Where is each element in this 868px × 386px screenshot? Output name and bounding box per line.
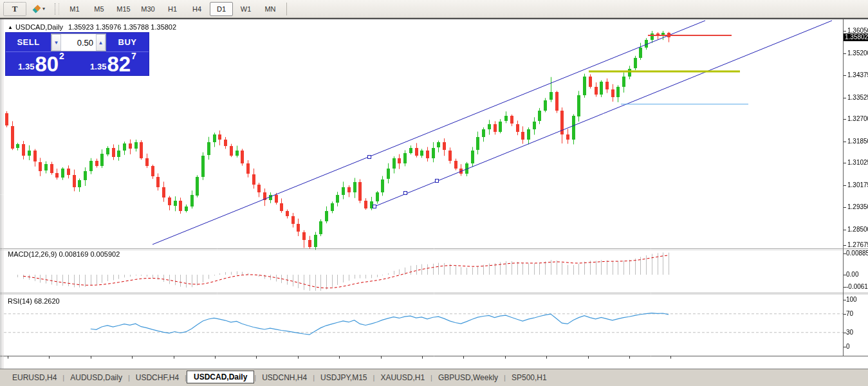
axis-label: 1.35200 <box>847 50 868 57</box>
macd-label: MACD(12,26,9) 0.008169 0.005902 <box>8 250 120 258</box>
toolbar: T ▾ M1M5M15M30H1H4D1W1MN <box>0 0 868 18</box>
timeframe-button-m30[interactable]: M30 <box>136 2 160 16</box>
chart-symbol: USDCAD,Daily <box>15 23 63 31</box>
axis-label: 1.28500 <box>847 226 868 233</box>
chart-tab-eurusd-h4[interactable]: EURUSD,H4 <box>6 371 62 384</box>
chart-ohlc-values: 1.35923 1.35976 1.35788 1.35802 <box>68 23 176 31</box>
timeframe-button-mn[interactable]: MN <box>259 2 282 16</box>
axis-label: 70 <box>846 310 853 317</box>
timeframe-button-w1[interactable]: W1 <box>234 2 257 16</box>
collapse-triangle-icon[interactable]: ▲ <box>8 24 13 30</box>
chart-tab-usdchf-h4[interactable]: USDCHF,H4 <box>130 371 185 384</box>
sell-button[interactable]: SELL <box>6 33 51 52</box>
chart-title: ▲USDCAD,Daily1.35923 1.35976 1.35788 1.3… <box>8 23 176 31</box>
one-click-trading-panel: SELL ▼ 0.50 ▲ BUY 1.35 80 2 1.35 82 7 <box>5 32 149 76</box>
chart-window: ▲USDCAD,Daily1.35923 1.35976 1.35788 1.3… <box>0 18 868 369</box>
timeframe-button-d1[interactable]: D1 <box>210 2 233 16</box>
volume-box: ▼ 0.50 ▲ <box>51 33 106 51</box>
buy-price-sup: 7 <box>131 51 136 61</box>
buy-price[interactable]: 1.35 82 7 <box>78 52 149 75</box>
axis-label: 1.27675 <box>847 241 868 248</box>
axis-label: 1.33525 <box>847 94 868 101</box>
timeframe-buttons: M1M5M15M30H1H4D1W1MN <box>62 2 282 16</box>
toolbar-separator <box>286 3 287 15</box>
buy-button[interactable]: BUY <box>106 33 149 52</box>
axis-label: 1.32700 <box>847 115 868 122</box>
sell-price-big: 80 <box>35 55 59 74</box>
sell-price-small: 1.35 <box>18 62 34 71</box>
chevron-down-icon: ▾ <box>42 6 45 12</box>
axis-label: 1.31850 <box>847 138 868 145</box>
timeframe-button-h1[interactable]: H1 <box>161 2 184 16</box>
axis-label: 1.30175 <box>847 181 868 188</box>
volume-down-button[interactable]: ▼ <box>51 34 61 51</box>
axis-label: 0 <box>846 343 850 350</box>
timeframe-button-m15[interactable]: M15 <box>112 2 135 16</box>
axis-label: 0.00885 <box>846 250 868 257</box>
chart-tab-xauusd-h1[interactable]: XAUUSD,H1 <box>374 371 430 384</box>
chart-tab-usdjpy-m15[interactable]: USDJPY,M15 <box>315 371 373 384</box>
axis-label: -0.00614 <box>846 283 868 290</box>
volume-value[interactable]: 0.50 <box>61 38 96 48</box>
chart-tabbar: EURUSD,H4|AUDUSD,Daily|USDCHF,H4|USDCAD,… <box>0 369 868 386</box>
rsi-label: RSI(14) 68.2620 <box>8 297 60 305</box>
timeframe-button-h4[interactable]: H4 <box>185 2 208 16</box>
current-price-badge: 1.35802 <box>844 33 868 41</box>
sell-price-sup: 2 <box>59 51 64 61</box>
axis-label: 1.34375 <box>847 71 868 78</box>
axis-label: 30 <box>846 329 853 336</box>
mt5-trading-platform: { "toolbar": { "text_tool_label": "T", "… <box>0 0 868 386</box>
axis-label: 0.00 <box>846 271 858 278</box>
toolbar-grip <box>55 3 59 15</box>
volume-up-button[interactable]: ▲ <box>96 34 106 51</box>
chart-tab-audusd-daily[interactable]: AUDUSD,Daily <box>64 371 128 384</box>
axis-label: 1.31025 <box>847 159 868 166</box>
chart-tab-usdcnh-h4[interactable]: USDCNH,H4 <box>256 371 313 384</box>
timeframe-button-m1[interactable]: M1 <box>63 2 86 16</box>
buy-price-small: 1.35 <box>90 62 106 71</box>
objects-tool-button[interactable]: ▾ <box>28 2 51 16</box>
chart-tab-gbpusd-weekly[interactable]: GBPUSD,Weekly <box>432 371 504 384</box>
text-tool-button[interactable]: T <box>3 2 26 16</box>
chart-tab-sp500-h1[interactable]: SP500,H1 <box>506 371 553 384</box>
chart-tab-usdcad-daily[interactable]: USDCAD,Daily <box>187 371 254 383</box>
sell-price[interactable]: 1.35 80 2 <box>6 52 77 75</box>
axis-label: 1.29350 <box>847 203 868 210</box>
timeframe-button-m5[interactable]: M5 <box>88 2 111 16</box>
axis-label: 100 <box>846 296 857 303</box>
buy-price-big: 82 <box>107 55 131 74</box>
